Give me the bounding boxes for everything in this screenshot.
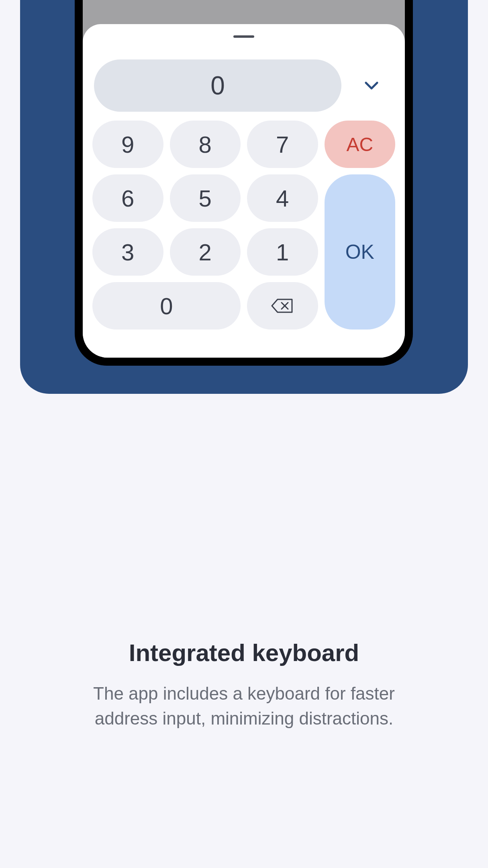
key-1[interactable]: 1 xyxy=(247,228,318,276)
keyboard-sheet: 0 9 8 7 AC 6 5 4 OK 3 2 1 0 xyxy=(83,24,405,358)
key-9[interactable]: 9 xyxy=(92,121,163,168)
caption-title: Integrated keyboard xyxy=(60,639,428,667)
phone-frame: -16 112 +16 12345678910 0 9 8 7 AC 6 5 xyxy=(75,0,413,366)
caption-body: The app includes a keyboard for faster a… xyxy=(60,681,428,731)
key-3[interactable]: 3 xyxy=(92,228,163,276)
drag-handle[interactable] xyxy=(233,35,254,38)
keypad-grid: 9 8 7 AC 6 5 4 OK 3 2 1 0 xyxy=(92,121,395,330)
chevron-down-icon xyxy=(363,77,380,94)
key-6[interactable]: 6 xyxy=(92,174,163,222)
phone-screen: -16 112 +16 12345678910 0 9 8 7 AC 6 5 xyxy=(83,0,405,358)
key-ok[interactable]: OK xyxy=(325,174,396,330)
key-0[interactable]: 0 xyxy=(92,282,241,330)
key-backspace[interactable] xyxy=(247,282,318,330)
keypad-display: 0 xyxy=(94,59,341,112)
key-4[interactable]: 4 xyxy=(247,174,318,222)
caption-section: Integrated keyboard The app includes a k… xyxy=(0,639,488,731)
collapse-button[interactable] xyxy=(349,77,394,94)
key-5[interactable]: 5 xyxy=(170,174,241,222)
keypad-display-row: 0 xyxy=(92,59,395,112)
key-8[interactable]: 8 xyxy=(170,121,241,168)
key-7[interactable]: 7 xyxy=(247,121,318,168)
key-ac[interactable]: AC xyxy=(325,121,396,168)
backspace-icon xyxy=(271,298,294,314)
key-2[interactable]: 2 xyxy=(170,228,241,276)
